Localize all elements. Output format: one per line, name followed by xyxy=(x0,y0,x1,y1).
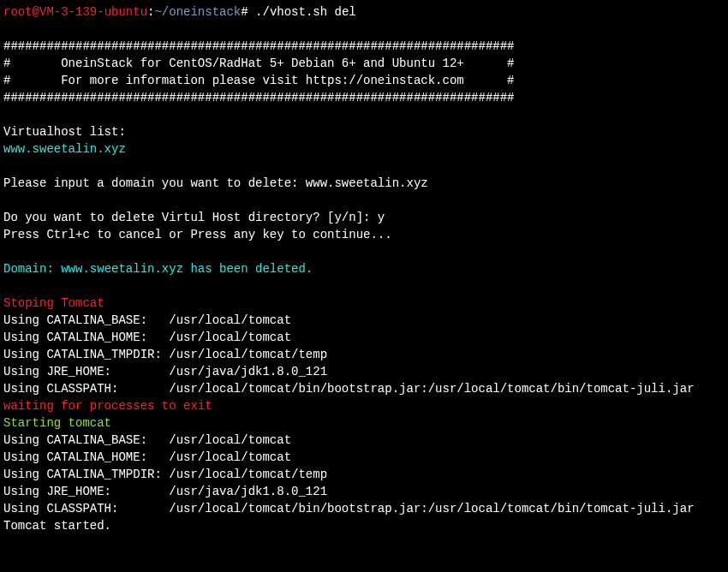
prompt-path: ~/oneinstack xyxy=(154,5,241,19)
deleted-suffix: has been deleted. xyxy=(183,262,313,276)
banner-line-1: # OneinStack for CentOS/RadHat 5+ Debian… xyxy=(3,57,515,70)
env-line: Using JRE_HOME: /usr/java/jdk1.8.0_121 xyxy=(3,485,327,498)
banner-border-top: ########################################… xyxy=(3,39,515,53)
deleted-prefix: Domain: xyxy=(3,262,61,276)
command-text[interactable]: ./vhost.sh del xyxy=(255,5,356,19)
virtualhost-domain: www.sweetalin.xyz xyxy=(3,142,126,156)
env-line: Using CLASSPATH: /usr/local/tomcat/bin/b… xyxy=(3,382,695,396)
delete-confirm-line[interactable]: Do you want to delete Virtul Host direct… xyxy=(3,211,385,224)
starting-tomcat: Starting tomcat xyxy=(3,416,111,430)
env-line: Using CATALINA_BASE: /usr/local/tomcat xyxy=(3,313,291,327)
waiting-line: waiting for processes to exit xyxy=(3,399,212,413)
env-line: Using CATALINA_HOME: /usr/local/tomcat xyxy=(3,450,291,464)
input-domain-line[interactable]: Please input a domain you want to delete… xyxy=(3,176,428,190)
env-line: Using JRE_HOME: /usr/java/jdk1.8.0_121 xyxy=(3,365,327,378)
env-line: Using CATALINA_TMPDIR: /usr/local/tomcat… xyxy=(3,348,327,361)
env-line: Using CLASSPATH: /usr/local/tomcat/bin/b… xyxy=(3,502,695,515)
env-line: Using CATALINA_TMPDIR: /usr/local/tomcat… xyxy=(3,468,327,481)
prompt-hash: # xyxy=(241,5,255,19)
banner-line-2: # For more information please visit http… xyxy=(3,74,515,87)
deleted-line: Domain: www.sweetalin.xyz has been delet… xyxy=(3,262,313,276)
env-line: Using CATALINA_HOME: /usr/local/tomcat xyxy=(3,331,291,344)
ctrlc-line: Press Ctrl+c to cancel or Press any key … xyxy=(3,228,392,241)
env-line: Using CATALINA_BASE: /usr/local/tomcat xyxy=(3,433,291,447)
prompt-host: VM-3-139-ubuntu xyxy=(39,5,147,19)
prompt-at: @ xyxy=(33,5,39,19)
deleted-domain: www.sweetalin.xyz xyxy=(61,262,183,276)
tomcat-started: Tomcat started. xyxy=(3,519,111,533)
banner-border-bottom: ########################################… xyxy=(3,91,515,104)
stopping-tomcat: Stoping Tomcat xyxy=(3,296,104,310)
virtualhost-label: Virtualhost list: xyxy=(3,125,126,139)
prompt-line: root@VM-3-139-ubuntu:~/oneinstack# ./vho… xyxy=(3,5,356,19)
prompt-user: root xyxy=(3,5,33,19)
